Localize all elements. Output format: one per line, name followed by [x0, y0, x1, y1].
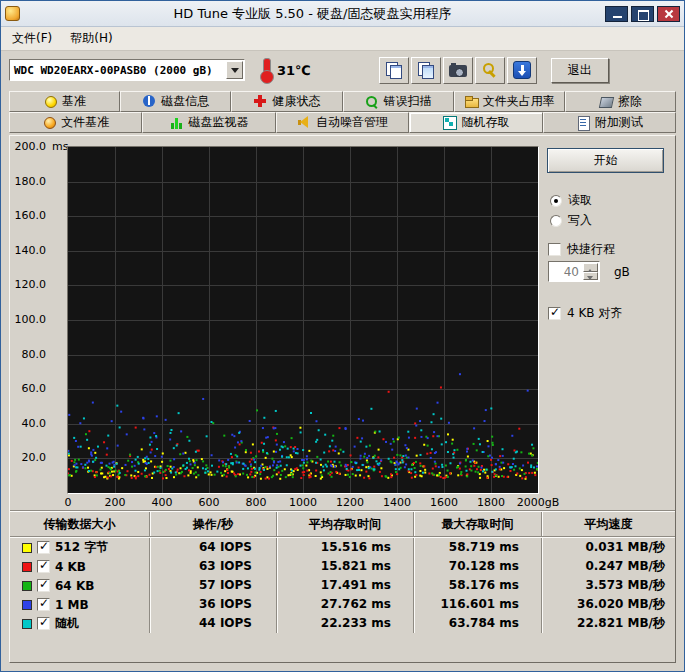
maximize-button[interactable]	[631, 6, 654, 22]
x-tick-label: 200	[105, 496, 126, 509]
magnifier-icon	[365, 95, 379, 108]
header-max-access: 最大存取时间	[414, 512, 542, 536]
series-color-swatch	[22, 562, 32, 572]
copy-text-button[interactable]	[379, 57, 409, 84]
titlebar[interactable]: HD Tune 专业版 5.50 - 硬盘/固态硬盘实用程序	[1, 1, 684, 27]
screenshot-button[interactable]	[443, 57, 473, 84]
tab-error-scan[interactable]: 错误扫描	[343, 91, 454, 112]
random-access-plot	[67, 146, 539, 494]
drive-dropdown-button[interactable]	[226, 61, 243, 79]
iops-value: 36 IOPS	[150, 595, 277, 614]
tab-label: 擦除	[618, 93, 642, 110]
chevron-down-icon	[231, 68, 239, 77]
avg-speed-value: 3.573 MB/秒	[542, 576, 675, 595]
tab-label: 错误扫描	[384, 93, 432, 110]
series-checkbox[interactable]	[37, 598, 50, 611]
x-tick-label: 1600	[430, 496, 458, 509]
tab-benchmark[interactable]: 基准	[9, 91, 120, 112]
series-label: 随机	[55, 615, 79, 632]
iops-value: 44 IOPS	[150, 614, 277, 633]
download-arrow-icon	[513, 61, 531, 79]
tab-label: 随机存取	[461, 114, 509, 131]
header-avg-access: 平均存取时间	[277, 512, 414, 536]
drive-name: WDC WD20EARX-00PASB0 (2000 gB)	[10, 64, 213, 77]
short-stroke-input[interactable]: 40	[548, 261, 600, 282]
series-label: 64 KB	[55, 579, 94, 593]
tab-disk-monitor[interactable]: 磁盘监视器	[142, 112, 275, 133]
eraser-icon	[599, 95, 613, 108]
write-radio[interactable]	[550, 215, 562, 227]
avg-access-value: 17.491 ms	[277, 576, 414, 595]
iops-value: 63 IOPS	[150, 557, 277, 576]
avg-speed-value: 36.020 MB/秒	[542, 595, 675, 614]
menu-help[interactable]: 帮助(H)	[61, 27, 121, 50]
table-header-row: 传输数据大小 操作/秒 平均存取时间 最大存取时间 平均速度	[10, 512, 675, 536]
series-checkbox[interactable]	[37, 617, 50, 630]
short-stroke-input-row: 40 gB	[548, 261, 630, 282]
start-button[interactable]: 开始	[547, 148, 664, 173]
tab-disk-info[interactable]: 磁盘信息	[120, 91, 231, 112]
tab-file-benchmark[interactable]: 文件基准	[9, 112, 142, 133]
series-label: 1 MB	[55, 598, 89, 612]
random-access-icon	[442, 116, 456, 129]
y-tick-label: 100.0	[15, 313, 47, 326]
copy-text-icon	[385, 62, 402, 78]
exit-button[interactable]: 退出	[551, 58, 609, 83]
menu-file[interactable]: 文件(F)	[3, 27, 61, 50]
y-tick-label: 180.0	[15, 175, 47, 188]
spinner-down-button[interactable]	[583, 272, 598, 281]
short-stroke-checkbox[interactable]	[548, 243, 561, 256]
options-button[interactable]	[475, 57, 505, 84]
tab-extra-tests[interactable]: 附加测试	[543, 112, 676, 133]
tab-aam[interactable]: 自动噪音管理	[276, 112, 409, 133]
health-cross-icon	[253, 95, 267, 108]
close-button[interactable]	[657, 6, 680, 22]
y-tick-label: 40.0	[22, 417, 47, 430]
results-table: 传输数据大小 操作/秒 平均存取时间 最大存取时间 平均速度 512 字节 64…	[10, 510, 675, 633]
read-radio[interactable]	[550, 195, 562, 207]
short-stroke-label: 快捷行程	[567, 241, 615, 258]
max-access-value: 58.176 ms	[414, 576, 542, 595]
series-color-swatch	[22, 600, 32, 610]
align-label: 4 KB 对齐	[567, 305, 622, 322]
series-checkbox[interactable]	[37, 579, 50, 592]
short-stroke-option[interactable]: 快捷行程	[548, 241, 615, 258]
avg-speed-value: 22.821 MB/秒	[542, 614, 675, 633]
align-checkbox[interactable]	[548, 307, 561, 320]
spinner-up-button[interactable]	[583, 263, 598, 272]
toolbar: WDC WD20EARX-00PASB0 (2000 gB) 31℃ 退出	[1, 51, 684, 89]
temperature-value: 31℃	[277, 63, 311, 78]
tab-random-access[interactable]: 随机存取	[409, 112, 542, 133]
x-tick-label: 1400	[383, 496, 411, 509]
y-tick-label: 200.0	[15, 140, 47, 153]
lamp-icon	[42, 116, 56, 129]
read-option[interactable]: 读取	[550, 192, 592, 209]
benchmark-icon	[43, 95, 57, 108]
tab-erase[interactable]: 擦除	[565, 91, 676, 112]
short-stroke-unit: gB	[614, 265, 630, 279]
random-access-panel: ms 200.0180.0160.0140.0120.0100.080.060.…	[9, 135, 676, 663]
copy-image-button[interactable]	[411, 57, 441, 84]
folder-icon	[464, 95, 478, 108]
write-option[interactable]: 写入	[550, 212, 592, 229]
minimize-button[interactable]	[605, 6, 628, 22]
tab-folder-usage[interactable]: 文件夹占用率	[454, 91, 565, 112]
table-row: 64 KB 57 IOPS 17.491 ms 58.176 ms 3.573 …	[10, 576, 675, 595]
x-tick-label: 0	[65, 496, 72, 509]
app-icon	[5, 6, 20, 21]
max-access-value: 70.128 ms	[414, 557, 542, 576]
tab-health[interactable]: 健康状态	[231, 91, 342, 112]
max-access-value: 63.784 ms	[414, 614, 542, 633]
series-checkbox[interactable]	[37, 541, 50, 554]
avg-access-value: 27.762 ms	[277, 595, 414, 614]
speaker-icon	[297, 116, 311, 129]
header-transfer-size: 传输数据大小	[10, 512, 150, 536]
y-tick-label: 120.0	[15, 278, 47, 291]
series-checkbox[interactable]	[37, 560, 50, 573]
bar-chart-icon	[170, 116, 184, 129]
save-results-button[interactable]	[507, 57, 537, 84]
x-tick-label: 400	[152, 496, 173, 509]
drive-select[interactable]: WDC WD20EARX-00PASB0 (2000 gB)	[9, 59, 245, 81]
align-option[interactable]: 4 KB 对齐	[548, 305, 622, 322]
y-tick-label: 160.0	[15, 209, 47, 222]
